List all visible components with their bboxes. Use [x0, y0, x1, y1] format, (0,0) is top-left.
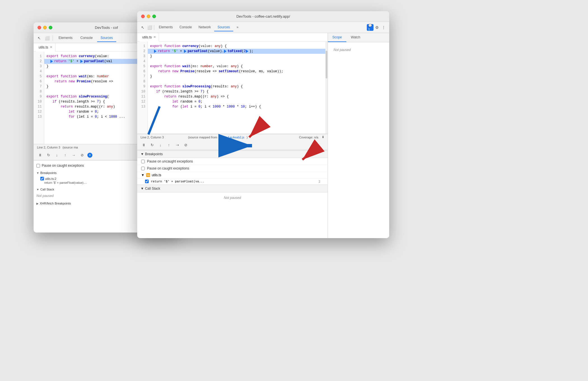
fg-code-line-4	[148, 59, 328, 64]
bg-file-tab-utils[interactable]: utils.ts ✕	[36, 43, 55, 52]
fg-deactivate-btn[interactable]: ⊘	[183, 142, 189, 148]
close-button-fg[interactable]	[141, 15, 145, 18]
bg-file-tab-close[interactable]: ✕	[50, 45, 52, 49]
frames-icon[interactable]: ⬜	[44, 35, 50, 41]
bg-step-out-btn[interactable]: ↑	[62, 152, 68, 158]
fg-tab-elements[interactable]: Elements	[155, 24, 176, 31]
fg-pause-caught-label: Pause on caught exceptions	[147, 166, 189, 170]
bg-xhr-arrow-icon: ▶	[36, 202, 39, 205]
fg-scope-not-paused: Not paused	[328, 42, 389, 57]
tab-sources-bg[interactable]: Sources	[97, 34, 116, 42]
bg-line-8: 8	[34, 89, 44, 94]
fg-tab-scope[interactable]: Scope	[328, 33, 346, 42]
fg-coverage-icon[interactable]: ⬇	[322, 135, 324, 139]
bg-line-6: 6	[34, 79, 44, 84]
bg-line-3: 3	[34, 64, 44, 69]
fg-status-bar: Line 2, Column 3 (source mapped from ind…	[137, 134, 328, 140]
fg-tab-console[interactable]: Console	[176, 24, 195, 31]
fg-code-line-12: let random = 0;	[148, 99, 328, 104]
bg-line-10: 10	[34, 99, 44, 104]
bg-file-tab-label: utils.ts	[39, 45, 48, 49]
cursor-icon[interactable]: ↖	[36, 35, 43, 41]
bg-line-11: 11	[34, 104, 44, 109]
fg-pause-uncaught-checkbox[interactable]	[141, 160, 145, 163]
bg-deactivate-btn[interactable]: ⊘	[79, 152, 85, 158]
fg-toolbar-sep	[154, 25, 154, 30]
minimize-button-bg[interactable]	[43, 26, 47, 29]
fg-bp-popup-header[interactable]: ▼ Breakpoints	[137, 150, 328, 158]
fg-scrollbar-thumb[interactable]	[326, 51, 327, 78]
fg-bp-line-num: 2	[319, 180, 324, 183]
fg-bp-detail-checkbox[interactable]	[145, 180, 149, 183]
tab-console-bg[interactable]: Console	[77, 34, 96, 42]
fg-step-into-btn[interactable]: ↓	[157, 142, 164, 148]
maximize-button-fg[interactable]	[152, 15, 156, 18]
bg-xhr-label: XHR/fetch Breakpoints	[40, 202, 71, 205]
fg-cs-label: Call Stack	[145, 187, 160, 190]
fg-bp-file-arrow[interactable]: ▼	[141, 173, 144, 177]
bg-line-5: 5	[34, 74, 44, 79]
fg-tab-watch[interactable]: Watch	[346, 33, 365, 42]
traffic-lights-fg[interactable]	[141, 15, 156, 18]
fg-bp-expand-icon: ▼	[141, 152, 144, 156]
fg-code-line-11: return results.map((r: any) => {	[148, 94, 328, 99]
fg-settings-icon[interactable]: ⚙	[374, 24, 380, 31]
bg-bp-file-label: utils.ts:2	[45, 177, 56, 180]
fg-status-mid	[166, 136, 186, 139]
fg-tab-more[interactable]: »	[233, 24, 242, 31]
fg-code-editor: 1 2 3 4 5 6 7 8 9 10 11 12 13 export fu	[137, 41, 328, 134]
bg-line-7: 7	[34, 84, 44, 89]
fg-code-line-5: export function wait(ms: number, value: …	[148, 64, 328, 69]
fg-pause-btn[interactable]: ⏸	[141, 142, 147, 148]
bg-line-13: 13	[34, 114, 44, 119]
fg-chat-icon[interactable]: 💬 1	[367, 24, 374, 31]
fg-devtools-toolbar: ↖ ⬜ Elements Console Network Sources » 💬…	[137, 22, 389, 33]
bg-line-9: 9	[34, 94, 44, 99]
bg-status-right: (source ma	[62, 146, 78, 149]
fg-bp-detail-text: return '$' + parseFloat(va...	[151, 180, 204, 183]
fg-cs-arrow: ▼	[141, 187, 144, 190]
bg-async-btn[interactable]: ⏸	[87, 153, 92, 158]
fg-step-over-btn[interactable]: ↻	[149, 142, 155, 148]
fg-status-link[interactable]: index.1ac4eab2.js	[220, 136, 244, 139]
minimize-button-fg[interactable]	[147, 15, 150, 18]
bg-pause-caught-checkbox[interactable]	[36, 164, 40, 168]
fg-window-title: DevTools - coffee-cart.netlify.app/	[236, 14, 290, 18]
fg-bp-file-name: utils.ts	[152, 173, 161, 177]
fg-cursor-icon[interactable]: ↖	[139, 24, 146, 31]
fg-menu-icon[interactable]: ⋮	[380, 24, 387, 31]
fg-call-stack-header[interactable]: ▼ Call Stack	[137, 185, 328, 192]
close-button-bg[interactable]	[38, 26, 41, 29]
fg-code-line-8	[148, 79, 328, 84]
fg-file-tab-utils[interactable]: utils.ts ✕	[139, 33, 159, 41]
fg-scrollbar[interactable]	[325, 41, 328, 134]
fg-frames-icon[interactable]: ⬜	[146, 24, 153, 31]
fg-left-panel: utils.ts ✕ 1 2 3 4 5 6 7 8 9 10 11	[137, 33, 328, 238]
bg-bp-file-checkbox[interactable]	[40, 177, 44, 180]
bg-line-numbers: 1 2 3 4 5 6 7 8 9 10 11 12 13	[34, 52, 44, 144]
bg-bp-arrow-icon: ▼	[36, 171, 39, 175]
fg-pause-caught-row[interactable]: Pause on caught exceptions	[137, 165, 328, 172]
fg-code-line-6: return new Promise(resolve => setTimeout…	[148, 69, 328, 74]
tab-elements-bg[interactable]: Elements	[55, 34, 76, 42]
traffic-lights-bg[interactable]	[38, 26, 52, 29]
fg-bp-file-section: ▼ TS utils.ts	[137, 172, 328, 178]
fg-status-right-sep: )	[247, 136, 248, 139]
fg-step-out-btn[interactable]: ↑	[166, 142, 172, 148]
fg-scope-tab-bar: Scope Watch	[328, 33, 389, 42]
fg-code-line-7: }	[148, 74, 328, 79]
fg-code-line-9: export function slowProcessing(results: …	[148, 84, 328, 89]
fg-file-tab-close[interactable]: ✕	[153, 35, 156, 39]
maximize-button-bg[interactable]	[49, 26, 52, 29]
fg-continue-btn[interactable]: ⇢	[174, 142, 180, 148]
fg-pause-uncaught-row[interactable]: Pause on uncaught exceptions	[137, 158, 328, 165]
fg-title-bar: DevTools - coffee-cart.netlify.app/	[137, 11, 389, 22]
bg-step-into-btn[interactable]: ↓	[54, 152, 60, 158]
fg-bp-detail-row[interactable]: return '$' + parseFloat(va... 2	[137, 178, 328, 185]
bg-pause-btn[interactable]: ⏸	[37, 152, 43, 158]
fg-tab-network[interactable]: Network	[195, 24, 214, 31]
bg-step-over-btn[interactable]: ↻	[45, 152, 52, 158]
fg-tab-sources[interactable]: Sources	[214, 24, 233, 31]
bg-continue-btn[interactable]: →	[71, 152, 77, 158]
fg-pause-caught-checkbox[interactable]	[141, 167, 145, 170]
